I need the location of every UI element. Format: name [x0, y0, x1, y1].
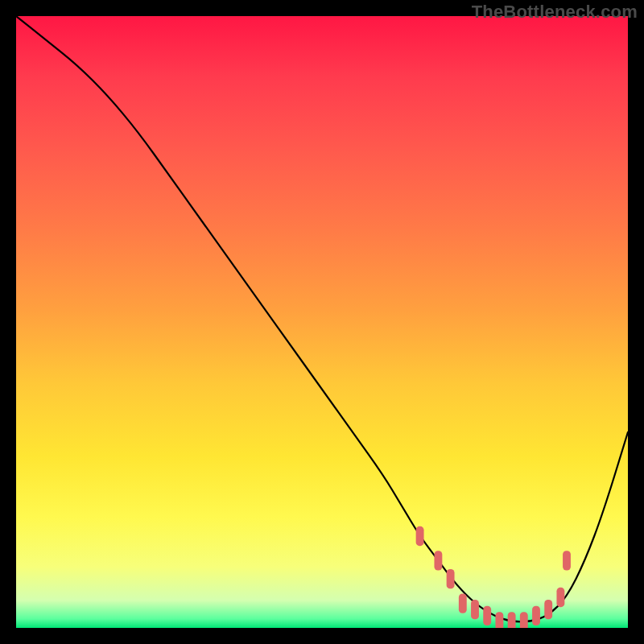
- optimal-marker: [544, 600, 552, 619]
- bottleneck-chart: [16, 16, 628, 628]
- optimal-marker: [416, 526, 424, 546]
- optimal-marker: [495, 612, 503, 628]
- optimal-marker: [471, 600, 479, 619]
- chart-background: [16, 16, 628, 628]
- optimal-marker: [434, 551, 442, 570]
- optimal-marker: [520, 612, 528, 628]
- optimal-marker: [483, 606, 491, 625]
- optimal-marker: [459, 593, 467, 613]
- optimal-marker: [563, 551, 571, 570]
- optimal-marker: [508, 612, 516, 628]
- optimal-marker: [556, 588, 564, 607]
- watermark-text: TheBottleneck.com: [472, 2, 638, 23]
- optimal-marker: [447, 569, 455, 588]
- optimal-marker: [532, 606, 540, 625]
